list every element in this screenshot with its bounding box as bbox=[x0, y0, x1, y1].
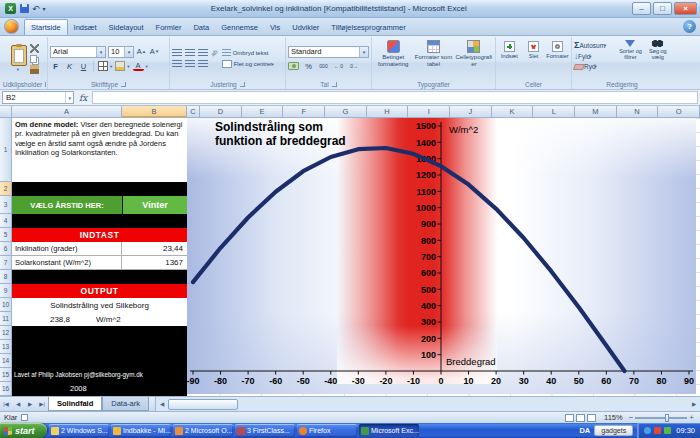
row-header[interactable]: 2 bbox=[0, 182, 12, 196]
row-header[interactable]: 15 bbox=[0, 368, 12, 382]
taskbar-item[interactable]: Indbakke - Mi... bbox=[111, 424, 171, 437]
first-sheet-icon[interactable]: |◀ bbox=[0, 397, 12, 411]
select-all-corner[interactable] bbox=[0, 106, 12, 117]
column-header[interactable]: L bbox=[533, 106, 575, 117]
row-header[interactable]: 14 bbox=[0, 354, 12, 368]
column-header[interactable]: G bbox=[325, 106, 367, 117]
fill-button[interactable]: ↓Fyld▾ bbox=[574, 52, 615, 61]
row-header[interactable]: 4 bbox=[0, 214, 12, 228]
page-break-view-icon[interactable] bbox=[587, 414, 596, 422]
column-header[interactable]: H bbox=[367, 106, 409, 117]
font-name-select[interactable]: Arial▾ bbox=[50, 46, 106, 58]
row-header[interactable]: 5 bbox=[0, 228, 12, 242]
align-top-icon[interactable] bbox=[172, 49, 182, 57]
copy-icon[interactable] bbox=[30, 55, 37, 63]
row-header[interactable]: 3 bbox=[0, 196, 12, 214]
horizontal-scrollbar[interactable]: ◀ ▶ bbox=[155, 397, 700, 411]
taskbar-item[interactable]: Microsoft Exc... bbox=[359, 424, 419, 437]
align-middle-icon[interactable] bbox=[185, 49, 195, 57]
name-box[interactable]: B2▾ bbox=[2, 91, 74, 104]
normal-view-icon[interactable] bbox=[565, 414, 574, 422]
merge-center-button[interactable]: Flet og centrer ▾ bbox=[222, 60, 274, 68]
scroll-left-icon[interactable]: ◀ bbox=[156, 401, 168, 407]
sort-filter-button[interactable]: Sorter og filtrer bbox=[618, 40, 642, 60]
row-header[interactable]: 10 bbox=[0, 298, 12, 312]
format-painter-icon[interactable] bbox=[30, 65, 39, 74]
align-left-icon[interactable] bbox=[172, 60, 182, 68]
maximize-button[interactable]: □ bbox=[653, 2, 672, 15]
taskbar-item[interactable]: 2 Microsoft O... bbox=[173, 424, 233, 437]
ribbon-tab[interactable]: Gennemse bbox=[215, 20, 264, 35]
number-format-select[interactable]: Standard▾ bbox=[288, 46, 369, 58]
zoom-slider-thumb[interactable] bbox=[665, 414, 669, 422]
row-header[interactable]: 1 bbox=[0, 118, 12, 182]
wrap-text-button[interactable]: Ombryd tekst bbox=[222, 49, 274, 57]
cut-icon[interactable] bbox=[30, 44, 39, 53]
row-header[interactable]: 12 bbox=[0, 326, 12, 340]
italic-button[interactable]: K bbox=[64, 61, 75, 72]
font-size-select[interactable]: 10▾ bbox=[108, 46, 134, 58]
column-header[interactable]: I bbox=[408, 106, 450, 117]
bold-button[interactable]: F bbox=[50, 61, 61, 72]
column-header[interactable]: C bbox=[187, 106, 200, 117]
percent-format-icon[interactable]: % bbox=[303, 61, 314, 72]
solar-constant-value-cell[interactable]: 1367 bbox=[122, 256, 187, 269]
shrink-font-button[interactable]: A▼ bbox=[149, 46, 160, 57]
zoom-slider[interactable] bbox=[635, 417, 687, 419]
tray-icon[interactable] bbox=[644, 427, 651, 434]
format-cells-button[interactable]: Formater bbox=[546, 41, 569, 59]
row-header[interactable]: 11 bbox=[0, 312, 12, 326]
column-header[interactable]: J bbox=[450, 106, 492, 117]
font-color-icon[interactable]: A bbox=[133, 61, 144, 71]
increase-decimal-icon[interactable]: ←.0 bbox=[333, 61, 344, 72]
season-value-cell[interactable]: Vinter bbox=[123, 196, 187, 214]
grow-font-button[interactable]: A▲ bbox=[136, 46, 147, 57]
ribbon-tab[interactable]: Sidelayout bbox=[103, 20, 150, 35]
ribbon-tab[interactable]: Formler bbox=[150, 20, 188, 35]
dialog-launcher-icon[interactable] bbox=[240, 82, 245, 87]
row-header[interactable]: 6 bbox=[0, 242, 12, 256]
currency-format-icon[interactable] bbox=[288, 62, 299, 70]
page-layout-view-icon[interactable] bbox=[576, 414, 585, 422]
model-description-cell[interactable]: Om denne model: Viser den beregnede sole… bbox=[12, 118, 187, 182]
next-sheet-icon[interactable]: ▶ bbox=[24, 397, 36, 411]
comma-format-icon[interactable]: 000 bbox=[318, 61, 329, 72]
delete-cells-button[interactable]: Slet bbox=[522, 41, 545, 59]
column-header[interactable]: D bbox=[200, 106, 242, 117]
cell-styles-button[interactable]: Celletypografier bbox=[455, 40, 493, 67]
column-header[interactable]: N bbox=[617, 106, 659, 117]
clear-button[interactable]: Ryd▾ bbox=[574, 63, 615, 70]
dialog-launcher-icon[interactable] bbox=[121, 82, 126, 87]
ribbon-tab[interactable]: Data bbox=[187, 20, 215, 35]
language-indicator[interactable]: DA bbox=[575, 426, 594, 435]
scrollbar-thumb[interactable] bbox=[168, 399, 238, 410]
ribbon-tab[interactable]: Udvikler bbox=[286, 20, 325, 35]
row-header[interactable]: 16 bbox=[0, 382, 12, 396]
orientation-icon[interactable]: ab bbox=[210, 49, 219, 58]
ribbon-tab[interactable]: Startside bbox=[24, 19, 68, 35]
quick-access-dropdown-icon[interactable]: ▾ bbox=[43, 5, 46, 12]
zoom-level[interactable]: 115% bbox=[604, 413, 623, 422]
taskbar-item[interactable]: 2 Windows S... bbox=[49, 424, 109, 437]
gadgets-button[interactable]: gadgets bbox=[594, 425, 633, 436]
insert-cells-button[interactable]: Indsæt bbox=[498, 41, 521, 59]
close-button[interactable]: × bbox=[674, 2, 697, 15]
column-header[interactable]: M bbox=[575, 106, 617, 117]
column-header[interactable]: F bbox=[283, 106, 325, 117]
zoom-in-icon[interactable]: + bbox=[689, 413, 694, 422]
align-right-icon[interactable] bbox=[198, 60, 208, 68]
conditional-formatting-button[interactable]: Betinget formatering bbox=[374, 40, 412, 67]
align-bottom-icon[interactable] bbox=[198, 49, 208, 57]
minimize-button[interactable]: – bbox=[632, 2, 651, 15]
column-header[interactable]: E bbox=[242, 106, 284, 117]
format-as-table-button[interactable]: Formater som tabel bbox=[414, 40, 452, 67]
taskbar-item[interactable]: Firefox bbox=[297, 424, 357, 437]
sheet-tab[interactable]: Data-ark bbox=[102, 397, 149, 411]
find-select-button[interactable]: Søg og vælg bbox=[646, 40, 670, 60]
office-button[interactable] bbox=[4, 19, 19, 34]
row-header[interactable]: 13 bbox=[0, 340, 12, 354]
prev-sheet-icon[interactable]: ◀ bbox=[12, 397, 24, 411]
dialog-launcher-icon[interactable] bbox=[332, 82, 337, 87]
column-header[interactable]: B bbox=[122, 106, 187, 117]
underline-button[interactable]: U bbox=[78, 61, 89, 72]
